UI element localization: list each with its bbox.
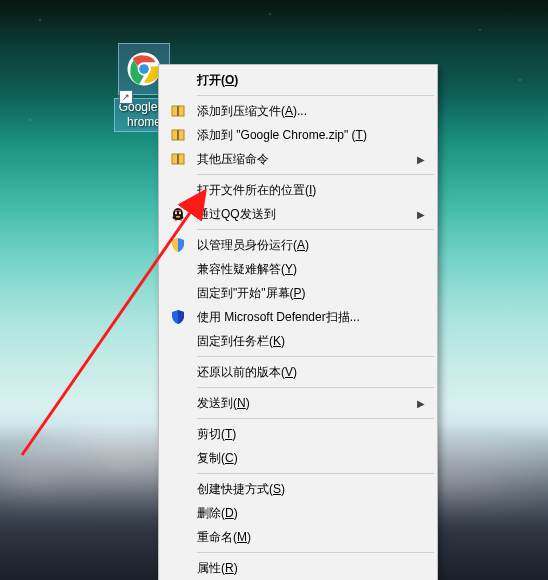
archive-icon: [169, 126, 187, 144]
qq-icon: [169, 205, 187, 223]
submenu-arrow-icon: ▶: [417, 209, 425, 220]
menu-item-pin-to-start[interactable]: 固定到"开始"屏幕(P): [161, 281, 435, 305]
menu-label: 删除(D): [197, 505, 238, 522]
menu-item-compat-troubleshoot[interactable]: 兼容性疑难解答(Y): [161, 257, 435, 281]
menu-label: 添加到压缩文件(A)...: [197, 103, 307, 120]
menu-label: 其他压缩命令: [197, 151, 269, 168]
menu-item-restore-previous[interactable]: 还原以前的版本(V): [161, 360, 435, 384]
chrome-icon: [126, 51, 162, 87]
menu-item-run-as-admin[interactable]: 以管理员身份运行(A): [161, 233, 435, 257]
menu-item-send-to[interactable]: 发送到(N) ▶: [161, 391, 435, 415]
menu-item-pin-to-taskbar[interactable]: 固定到任务栏(K): [161, 329, 435, 353]
svg-point-2: [139, 64, 149, 74]
menu-label: 以管理员身份运行(A): [197, 237, 309, 254]
menu-label: 还原以前的版本(V): [197, 364, 297, 381]
menu-label: 打开文件所在的位置(I): [197, 182, 316, 199]
context-menu: 打开(O) 添加到压缩文件(A)... 添加到 "Google Chrome.z…: [158, 64, 438, 580]
menu-item-create-shortcut[interactable]: 创建快捷方式(S): [161, 477, 435, 501]
archive-icon: [169, 102, 187, 120]
menu-item-rename[interactable]: 重命名(M): [161, 525, 435, 549]
shortcut-overlay-icon: ↗: [119, 90, 133, 104]
menu-item-open[interactable]: 打开(O): [161, 68, 435, 92]
menu-separator: [197, 229, 434, 230]
menu-label: 复制(C): [197, 450, 238, 467]
menu-separator: [197, 356, 434, 357]
svg-point-13: [176, 216, 181, 218]
menu-item-properties[interactable]: 属性(R): [161, 556, 435, 580]
submenu-arrow-icon: ▶: [417, 154, 425, 165]
svg-point-11: [175, 212, 177, 215]
svg-rect-8: [177, 154, 179, 164]
menu-separator: [197, 387, 434, 388]
menu-label: 创建快捷方式(S): [197, 481, 285, 498]
menu-item-other-compress[interactable]: 其他压缩命令 ▶: [161, 147, 435, 171]
submenu-arrow-icon: ▶: [417, 398, 425, 409]
menu-label: 固定到任务栏(K): [197, 333, 285, 350]
menu-label: 通过QQ发送到: [197, 206, 276, 223]
svg-rect-4: [177, 106, 179, 116]
menu-item-defender-scan[interactable]: 使用 Microsoft Defender扫描...: [161, 305, 435, 329]
menu-item-qq-send[interactable]: 通过QQ发送到 ▶: [161, 202, 435, 226]
menu-label: 剪切(T): [197, 426, 236, 443]
svg-rect-6: [177, 130, 179, 140]
svg-point-12: [179, 212, 181, 215]
defender-shield-icon: [169, 308, 187, 326]
shield-admin-icon: [169, 236, 187, 254]
menu-label: 重命名(M): [197, 529, 251, 546]
menu-separator: [197, 174, 434, 175]
menu-item-delete[interactable]: 删除(D): [161, 501, 435, 525]
menu-item-add-to-named-zip[interactable]: 添加到 "Google Chrome.zip" (T): [161, 123, 435, 147]
menu-item-cut[interactable]: 剪切(T): [161, 422, 435, 446]
menu-separator: [197, 552, 434, 553]
menu-label: 固定到"开始"屏幕(P): [197, 285, 306, 302]
menu-label: 属性(R): [197, 560, 238, 577]
menu-label: 兼容性疑难解答(Y): [197, 261, 297, 278]
menu-separator: [197, 95, 434, 96]
menu-label: 使用 Microsoft Defender扫描...: [197, 309, 360, 326]
menu-item-open-file-location[interactable]: 打开文件所在的位置(I): [161, 178, 435, 202]
archive-icon: [169, 150, 187, 168]
menu-label: 添加到 "Google Chrome.zip" (T): [197, 127, 367, 144]
menu-separator: [197, 418, 434, 419]
menu-label: 发送到(N): [197, 395, 250, 412]
menu-label: 打开(O): [197, 72, 238, 89]
menu-separator: [197, 473, 434, 474]
menu-item-copy[interactable]: 复制(C): [161, 446, 435, 470]
menu-item-add-to-archive[interactable]: 添加到压缩文件(A)...: [161, 99, 435, 123]
